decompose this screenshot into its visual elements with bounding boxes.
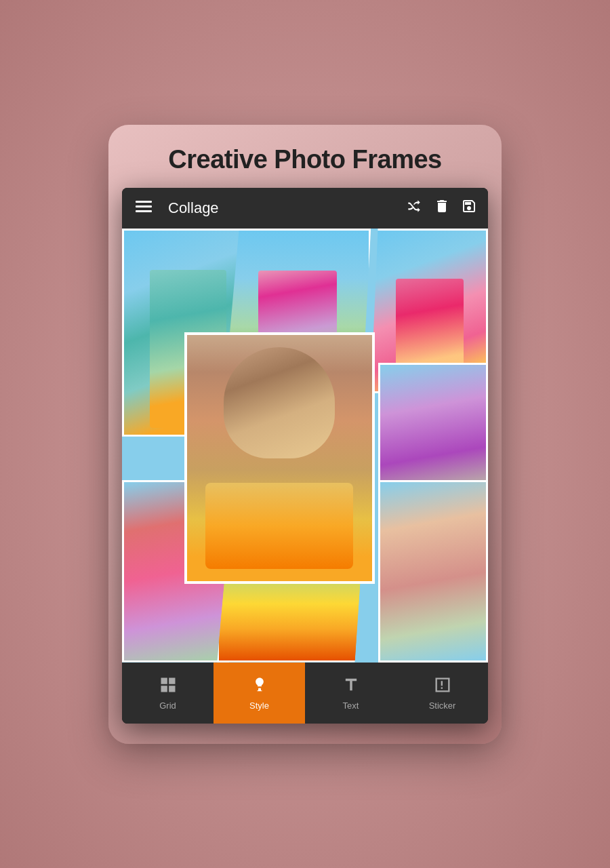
svg-rect-0 [136, 201, 152, 203]
text-label: Text [343, 701, 359, 711]
delete-icon[interactable] [434, 198, 450, 218]
shuffle-icon[interactable] [405, 197, 423, 218]
style-icon [250, 675, 269, 698]
top-actions [405, 197, 477, 218]
phone-screen: Collage [122, 188, 488, 724]
svg-rect-2 [136, 210, 152, 212]
tool-text[interactable]: Text [305, 663, 396, 724]
tool-grid[interactable]: Grid [122, 663, 214, 724]
collage-grid [122, 229, 488, 663]
style-label: Style [249, 701, 269, 711]
sticker-label: Sticker [429, 701, 456, 711]
menu-icon[interactable] [133, 195, 155, 220]
grid-icon [159, 675, 178, 698]
top-bar: Collage [122, 188, 488, 229]
top-title: Collage [163, 199, 397, 217]
tool-style[interactable]: Style [214, 663, 305, 724]
photo-8[interactable] [378, 480, 488, 663]
text-icon [342, 675, 361, 698]
collage-area[interactable] [122, 229, 488, 663]
svg-rect-1 [136, 205, 152, 208]
tool-sticker[interactable]: Sticker [396, 663, 488, 724]
sticker-icon [433, 675, 452, 698]
grid-label: Grid [159, 701, 176, 711]
title-bold: Photo Frames [274, 145, 441, 174]
phone-card: Creative Photo Frames Collage [108, 125, 502, 744]
app-title: Creative Photo Frames [168, 145, 441, 174]
bottom-toolbar: Grid Style Text [122, 663, 488, 724]
save-icon[interactable] [461, 198, 477, 218]
title-light: Creative [168, 145, 274, 174]
photo-4[interactable] [184, 332, 375, 584]
